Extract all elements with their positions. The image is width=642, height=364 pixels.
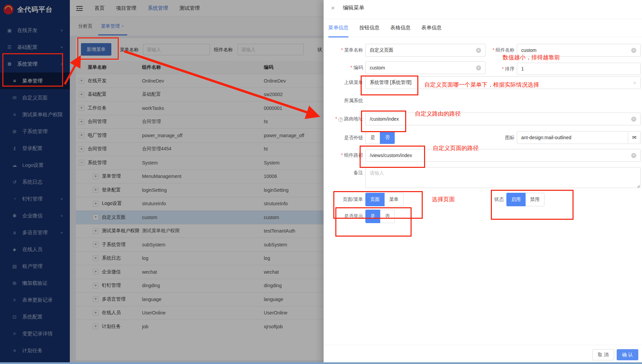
external-link-toggle: 是 否 (365, 131, 395, 144)
parent-menu-label: 上级菜单 (324, 80, 363, 86)
sort-label: 排序 (475, 66, 514, 72)
icon-input[interactable]: ant-design:mail-outlined (517, 131, 628, 144)
component-name-value: custom (521, 48, 631, 53)
cancel-button[interactable]: 取 消 (592, 349, 614, 360)
parent-menu-value: 系统管理 [系统管理] (370, 80, 633, 86)
mail-icon-button[interactable]: ✉ (628, 131, 641, 144)
component-path-label: 组件路径 (324, 152, 363, 158)
remark-placeholder: 请输入 (370, 170, 384, 176)
status-label: 状态 (465, 196, 504, 203)
component-path-input[interactable]: /views/custom/index ✕ (365, 149, 641, 162)
visible-label: 是否显示 (324, 213, 363, 219)
app-window: 全代码平台 ▣ 在线开发 ∨ ☰ 基础配置 ∨ ⚙ 系统管理 ∧ ≡ 菜单管理 (0, 0, 642, 364)
menu-name-value: 自定义页面 (370, 47, 476, 53)
component-name-input[interactable]: custom ✕ (517, 44, 641, 57)
external-no-button[interactable]: 否 (380, 131, 395, 144)
remark-textarea[interactable]: 请输入 ◢ (365, 167, 641, 188)
visible-yes-button[interactable]: 是 (365, 210, 380, 223)
sort-input[interactable]: 1 (517, 63, 641, 75)
system-label: 所属系统 (324, 98, 363, 104)
parent-menu-select[interactable]: 系统管理 [系统管理] ∨ (365, 76, 641, 89)
component-name-label: 组件名称 (475, 47, 514, 53)
status-toggle: 启用 禁用 (506, 193, 545, 206)
page-menu-label: 页面/菜单 (324, 196, 363, 203)
component-path-value: /views/custom/index (370, 153, 631, 158)
menu-button[interactable]: 菜单 (384, 193, 403, 206)
route-input[interactable]: /custom/index ✕ (365, 113, 641, 125)
route-value: /custom/index (370, 116, 631, 122)
drawer-tab[interactable]: 表单信息 (421, 19, 442, 37)
chevron-down-icon: ∨ (633, 81, 636, 85)
disable-button[interactable]: 禁用 (525, 193, 545, 206)
page-button[interactable]: 页面 (365, 193, 385, 206)
external-link-label: 是否外链 (324, 135, 363, 141)
drawer-header: × 编辑菜单 (324, 0, 642, 19)
code-label: 编码 (324, 65, 363, 71)
menu-name-label: 菜单名称 (324, 47, 363, 53)
confirm-button[interactable]: 确 认 (617, 349, 638, 360)
help-icon: ? (338, 117, 343, 122)
enable-button[interactable]: 启用 (506, 193, 526, 206)
drawer-title: 编辑菜单 (343, 4, 364, 11)
page-menu-toggle: 页面 菜单 (365, 193, 403, 206)
drawer-tabbar: 菜单信息按钮信息表格信息表单信息 (324, 19, 642, 37)
code-input[interactable]: custom ✕ (365, 61, 485, 74)
drawer-tab[interactable]: 菜单信息 (328, 19, 348, 37)
sort-value: 1 (521, 66, 636, 71)
bottom-scrollbar[interactable] (0, 362, 642, 364)
menu-name-input[interactable]: 自定义页面 ✕ (365, 44, 485, 57)
route-label: * ?路由地址 (324, 116, 363, 122)
menu-info-form: 菜单名称 自定义页面 ✕ 组件名称 custom ✕ 编码 custom ✕ 排… (324, 37, 642, 345)
icon-label: 图标 (475, 135, 514, 141)
visible-toggle: 是 否 (365, 210, 395, 223)
remark-label: 备注 (324, 170, 363, 176)
external-yes-button[interactable]: 是 (365, 131, 380, 144)
close-icon[interactable]: × (331, 4, 335, 12)
drawer-tab[interactable]: 表格信息 (390, 19, 411, 37)
drawer-tab[interactable]: 按钮信息 (359, 19, 380, 37)
drawer-footer: 取 消 确 认 (324, 345, 642, 364)
icon-value: ant-design:mail-outlined (521, 135, 624, 140)
edit-menu-drawer: × 编辑菜单 菜单信息按钮信息表格信息表单信息 菜单名称 自定义页面 ✕ 组件名… (324, 0, 642, 364)
visible-no-button[interactable]: 否 (380, 210, 395, 223)
clear-icon[interactable]: ✕ (631, 117, 636, 122)
resize-handle-icon[interactable]: ◢ (637, 184, 640, 188)
clear-icon[interactable]: ✕ (631, 153, 636, 158)
clear-icon[interactable]: ✕ (631, 48, 636, 53)
code-value: custom (370, 65, 476, 70)
